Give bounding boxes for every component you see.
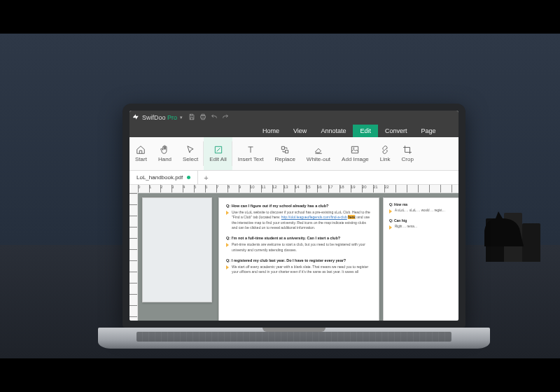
ruler-horizontal: 012345678910111213141516171819202122 [130,185,458,193]
faq-question: Q: Can hig [389,218,455,223]
hand-button[interactable]: Hand [153,137,177,170]
faq-answer: We start off every academic year with a … [226,265,372,275]
unsaved-indicator-icon [187,176,190,179]
ruler-vertical [130,193,138,321]
save-icon[interactable] [188,113,195,122]
menu-home[interactable]: Home [255,125,286,137]
title-dropdown-icon[interactable]: ▾ [180,115,183,120]
eraser-icon [314,145,323,155]
faq-answer: A uLoL … uLoL … would … regist… [389,209,455,214]
cursor-icon [186,145,195,155]
menubar: Home View Annotate Edit Convert Page [130,125,458,137]
titlebar: SwifDoo Pro ▾ [130,111,458,125]
faq-item: Q: I registered my club last year. Do I … [226,258,372,275]
faq-item: Q: How ma A uLoL … uLoL … would … regist… [389,202,455,213]
menu-edit[interactable]: Edit [353,125,378,137]
whiteout-button[interactable]: White-out [301,137,336,170]
app-logo-icon [132,113,139,122]
link-button[interactable]: Link [374,137,396,170]
link-icon [380,145,390,155]
faq-question: Q: How can I figure out if my school alr… [226,204,372,209]
laptop-keyboard [98,328,490,349]
text-icon [246,145,255,155]
document-tabs: LoL_handbook.pdf + [130,171,458,185]
page-main[interactable]: Q: How can I figure out if my school alr… [218,197,379,321]
crop-icon [402,145,412,155]
faq-answer: Part-time students are welcome to start … [226,242,372,253]
faq-question: Q: I registered my club last year. Do I … [226,258,372,263]
faq-question: Q: How ma [389,202,455,207]
edit-all-button[interactable]: Edit All [204,137,232,170]
page-thumbnail[interactable] [142,197,212,302]
replace-button[interactable]: Replace [270,137,301,170]
print-icon[interactable] [200,113,206,122]
select-button[interactable]: Select [177,137,204,170]
home-icon [136,145,146,155]
image-icon [350,145,360,155]
app-title: SwifDoo Pro [142,114,177,121]
hand-icon [160,145,169,155]
redo-icon[interactable] [222,113,229,122]
laptop: SwifDoo Pro ▾ Home View Annotate Edit [122,104,465,349]
edit-icon [214,145,223,155]
start-button[interactable]: Start [130,137,153,170]
menu-page[interactable]: Page [414,125,442,137]
insert-text-button[interactable]: Insert Text [232,137,270,170]
faq-answer: Use the uLoL website to discover if your… [226,210,372,230]
faq-answer: Right … rema… [389,225,455,230]
quick-access-toolbar [188,113,229,122]
add-image-button[interactable]: Add Image [336,137,374,170]
faq-link[interactable]: http://ulol.leagueoflegends.com/find-a-c… [281,215,347,219]
faq-question: Q: I'm not a full-time student at a univ… [226,236,372,241]
faq-item: Q: Can hig Right … rema… [389,218,455,229]
page-adjacent[interactable]: Q: How ma A uLoL … uLoL … would … regist… [383,197,458,321]
document-canvas[interactable]: Q: How can I figure out if my school alr… [138,193,458,321]
document-filename: LoL_handbook.pdf [136,174,183,181]
app-window: SwifDoo Pro ▾ Home View Annotate Edit [130,111,458,321]
workspace: Q: How can I figure out if my school alr… [130,193,458,321]
scene-background: SwifDoo Pro ▾ Home View Annotate Edit [0,34,560,358]
undo-icon[interactable] [211,113,218,122]
menu-convert[interactable]: Convert [378,125,414,137]
document-tab[interactable]: LoL_handbook.pdf [130,171,198,184]
faq-item: Q: I'm not a full-time student at a univ… [226,236,372,253]
menu-view[interactable]: View [286,125,314,137]
cat-silhouette [482,210,524,246]
menu-annotate[interactable]: Annotate [314,125,353,137]
add-tab-button[interactable]: + [198,174,214,182]
faq-item: Q: How can I figure out if my school alr… [226,204,372,230]
ribbon: Start Hand Select Edit All [130,137,458,171]
replace-icon [280,145,290,155]
crop-button[interactable]: Crop [396,137,419,170]
